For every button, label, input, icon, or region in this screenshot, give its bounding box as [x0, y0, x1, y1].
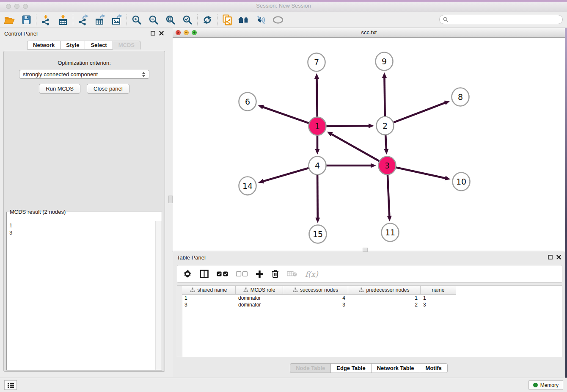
column-header-predecessor-nodes[interactable]: predecessor nodes [348, 286, 421, 294]
network-canvas[interactable]: 1234678910111415 [173, 38, 565, 251]
splitter-handle[interactable] [168, 196, 173, 203]
table-row[interactable]: 3 dominator 3 2 3 [182, 301, 456, 308]
search-input[interactable] [450, 16, 562, 23]
float-panel-icon[interactable] [151, 31, 155, 36]
import-network-icon[interactable] [38, 13, 55, 27]
eye-icon[interactable] [270, 13, 286, 27]
cell-mcds-role: dominator [236, 302, 283, 308]
graph-node-9[interactable]: 9 [376, 52, 393, 71]
column-header-mcds-role[interactable]: MCDS role [236, 286, 283, 294]
cell-predecessor-nodes: 2 [348, 302, 421, 308]
graph-node-7[interactable]: 7 [308, 53, 325, 72]
refresh-icon[interactable] [199, 13, 216, 27]
graph-edge-3-11[interactable] [387, 174, 392, 221]
delete-column-trash-icon[interactable] [272, 270, 279, 278]
graph-edge-3-1[interactable] [327, 132, 380, 162]
zoom-fit-icon[interactable] [162, 13, 179, 27]
graph-edge-3-10[interactable] [395, 167, 451, 180]
close-panel-button[interactable]: Close panel [87, 84, 129, 94]
import-table-icon[interactable] [55, 13, 72, 27]
svg-text:2: 2 [383, 121, 388, 130]
tab-motifs[interactable]: Motifs [420, 363, 448, 373]
tab-mcds[interactable]: MCDS [113, 41, 140, 50]
close-table-panel-icon[interactable] [556, 255, 561, 259]
graph-node-1[interactable]: 1 [309, 117, 326, 135]
toolbar-separator [197, 14, 198, 25]
graph-node-11[interactable]: 11 [382, 224, 399, 242]
svg-text:3: 3 [385, 161, 390, 170]
cell-mcds-role: dominator [236, 295, 283, 301]
result-scrollbar[interactable] [155, 221, 162, 370]
hide-details-icon[interactable] [253, 13, 270, 27]
graph-edge-4-15[interactable] [315, 174, 320, 223]
tab-network-table[interactable]: Network Table [371, 363, 420, 373]
column-type-icon [190, 287, 195, 293]
network-view-window: scc.txt 1234678910111415 [173, 28, 565, 251]
network-window-title: scc.txt [173, 29, 565, 36]
search-icon [443, 17, 449, 22]
run-mcds-button[interactable]: Run MCDS [39, 84, 80, 94]
graph-node-2[interactable]: 2 [377, 117, 394, 135]
memory-status-icon [533, 383, 538, 387]
export-table-icon[interactable] [91, 13, 108, 27]
zoom-in-icon[interactable] [128, 13, 145, 27]
mcds-result-title: MCDS result (2 nodes) [8, 209, 67, 215]
zoom-selected-icon[interactable] [179, 13, 196, 27]
column-header-successor-nodes[interactable]: successor nodes [283, 286, 348, 294]
optimization-criterion-value: strongly connected component [23, 71, 98, 77]
open-file-icon[interactable] [1, 13, 18, 27]
network-graph[interactable]: 1234678910111415 [173, 38, 565, 251]
table-tabs: Node Table Edge Table Network Table Moti… [173, 363, 565, 373]
graph-node-4[interactable]: 4 [309, 157, 326, 175]
unselect-all-columns-icon[interactable] [236, 271, 248, 276]
select-all-columns-icon[interactable] [217, 271, 228, 276]
create-column-plus-icon[interactable] [256, 270, 264, 278]
graph-node-3[interactable]: 3 [379, 157, 396, 175]
column-header-shared-name[interactable]: shared name [182, 286, 236, 294]
first-neighbors-icon[interactable] [236, 13, 253, 27]
table-toolbar: f(x) [177, 265, 562, 283]
graph-edge-2-8[interactable] [393, 101, 450, 123]
show-columns-icon[interactable] [200, 270, 209, 278]
control-panel-title: Control Panel [4, 30, 38, 37]
graph-edge-1-6[interactable] [258, 105, 310, 124]
graph-edge-2-9[interactable] [382, 72, 387, 118]
graph-edge-1-4[interactable] [315, 134, 320, 155]
graph-node-10[interactable]: 10 [453, 173, 470, 191]
memory-label: Memory [540, 382, 559, 388]
search-field[interactable] [439, 15, 563, 24]
float-table-panel-icon[interactable] [548, 255, 553, 259]
graph-node-15[interactable]: 15 [309, 225, 327, 243]
save-session-icon[interactable] [18, 13, 35, 27]
task-list-icon [7, 382, 14, 388]
graph-edge-1-2[interactable] [325, 124, 374, 128]
table-row[interactable]: 1 dominator 4 1 1 [182, 295, 456, 301]
graph-edge-2-3[interactable] [384, 134, 388, 155]
tab-style[interactable]: Style [60, 41, 85, 50]
export-image-icon[interactable] [108, 13, 125, 27]
graph-edge-4-3[interactable] [325, 163, 376, 168]
tab-node-table[interactable]: Node Table [290, 363, 331, 373]
graph-node-8[interactable]: 8 [452, 88, 469, 106]
network-from-selection-icon[interactable] [219, 13, 236, 27]
table-header-row: shared name MCDS role successor nodes pr… [182, 286, 456, 295]
tab-select[interactable]: Select [85, 41, 113, 50]
export-network-icon[interactable] [74, 13, 91, 27]
tab-edge-table[interactable]: Edge Table [330, 363, 371, 373]
graph-node-6[interactable]: 6 [239, 93, 256, 111]
network-window-titlebar[interactable]: scc.txt [173, 28, 565, 38]
task-history-button[interactable] [4, 380, 17, 390]
mcds-result-text[interactable]: 1 3 [7, 221, 156, 370]
tab-network[interactable]: Network [27, 41, 61, 50]
memory-button[interactable]: Memory [528, 380, 563, 390]
zoom-out-icon[interactable] [145, 13, 162, 27]
horizontal-splitter-handle[interactable] [363, 248, 368, 252]
column-header-name[interactable]: name [421, 286, 456, 294]
control-panel: Control Panel Network Style Select MCDS … [0, 28, 168, 377]
close-panel-icon[interactable] [159, 31, 164, 36]
graph-edge-1-7[interactable] [314, 73, 319, 118]
graph-node-14[interactable]: 14 [239, 177, 256, 195]
table-settings-gear-icon[interactable] [183, 270, 192, 278]
graph-edge-4-14[interactable] [258, 168, 310, 183]
optimization-criterion-select[interactable]: strongly connected component [19, 70, 149, 79]
